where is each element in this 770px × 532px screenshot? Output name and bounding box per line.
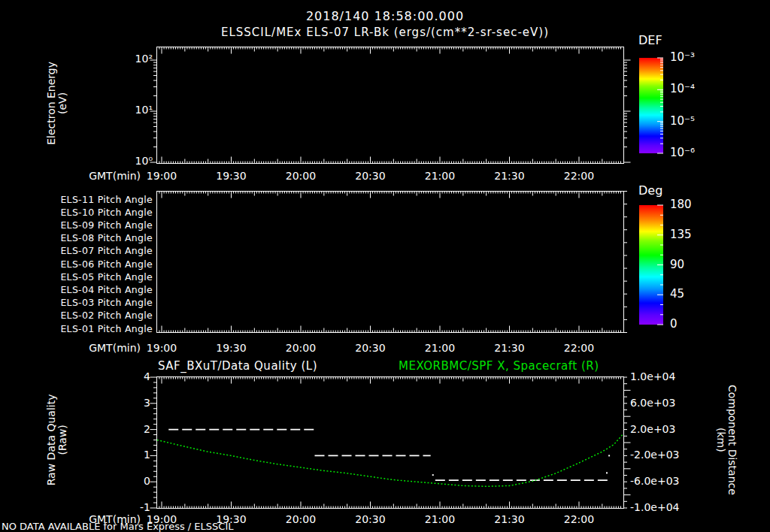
- row-label-els-08: ELS-08 Pitch Angle: [32, 233, 153, 243]
- row-label-els-02: ELS-02 Pitch Angle: [32, 310, 153, 321]
- def-tick-3: 10⁻⁶: [670, 147, 695, 159]
- x-tick-middle-1900: 19:00: [139, 343, 184, 354]
- x-tick-middle-2100: 21:00: [417, 343, 462, 354]
- deg-tick-4: 0: [670, 318, 678, 331]
- row-label-els-01: ELS-01 Pitch Angle: [32, 324, 153, 334]
- gmt-label-top: GMT(min): [75, 171, 141, 182]
- x-tick-bottom-2200: 22:00: [556, 514, 602, 525]
- deg-tick-1: 135: [670, 228, 692, 241]
- def-colorbar-title: DEF: [638, 34, 662, 47]
- energy-tick-1: 10¹: [108, 104, 153, 116]
- component-distance-label-line1: Component Distance: [726, 364, 738, 515]
- plot-page: 2018/140 18:58:00.000 ELSSCIL/MEx ELS-07…: [0, 0, 770, 532]
- deg-tick-2: 90: [670, 258, 684, 271]
- raw-tick-0: 0: [120, 476, 150, 487]
- row-label-els-07: ELS-07 Pitch Angle: [32, 246, 153, 256]
- electron-energy-label-line1: Electron Energy: [46, 28, 57, 178]
- row-label-els-10: ELS-10 Pitch Angle: [32, 207, 153, 218]
- row-label-els-09: ELS-09 Pitch Angle: [32, 220, 153, 231]
- km-tick-2: 2.0e+03: [630, 424, 675, 435]
- x-tick-top-2130: 21:30: [487, 171, 532, 182]
- x-tick-top-1930: 19:30: [208, 171, 253, 182]
- raw-tick-4: 4: [120, 371, 150, 382]
- row-label-els-11: ELS-11 Pitch Angle: [32, 195, 153, 205]
- raw-tick-3: 3: [120, 397, 150, 409]
- x-tick-top-1900: 19:00: [139, 171, 184, 182]
- x-tick-top-2000: 20:00: [278, 171, 323, 182]
- spacecraft-x-curve: [157, 434, 623, 487]
- bottom-panel-right-axis-title: Component Distance (km): [715, 364, 738, 515]
- bottom-panel-left-axis-title: Raw Data Quality (Raw): [46, 364, 69, 515]
- km-tick-4: -6.0e+03: [630, 476, 679, 487]
- raw-data-quality-label-line1: Raw Data Quality: [46, 364, 57, 515]
- raw-tick-2: 2: [120, 424, 150, 435]
- energy-tick-2: 10²: [108, 53, 153, 65]
- gmt-label-middle: GMT(min): [75, 343, 141, 354]
- km-tick-0: 1.0e+04: [630, 371, 675, 382]
- deg-colorbar-title: Deg: [638, 184, 662, 198]
- x-tick-bottom-2000: 20:00: [278, 514, 323, 525]
- x-tick-bottom-1930: 19:30: [208, 514, 253, 525]
- component-distance-label-line2: (km): [715, 364, 726, 515]
- x-tick-bottom-2130: 21:30: [487, 514, 532, 525]
- x-tick-bottom-2100: 21:00: [417, 514, 462, 525]
- deg-tick-0: 180: [670, 198, 692, 211]
- raw-tick--1: -1: [120, 502, 150, 513]
- x-tick-top-2100: 21:00: [417, 171, 462, 182]
- km-tick-5: -1.0e+04: [630, 502, 679, 513]
- bottom-panel-right-title: MEXORBMC/SPF X, Spacecraft (R): [399, 360, 599, 373]
- energy-tick-0: 10⁰: [108, 156, 153, 167]
- x-tick-middle-1930: 19:30: [208, 343, 253, 354]
- x-tick-middle-2000: 20:00: [278, 343, 323, 354]
- x-tick-bottom-1900: 19:00: [139, 514, 184, 525]
- raw-tick-1: 1: [120, 449, 150, 461]
- electron-energy-label-line2: (eV): [57, 28, 68, 178]
- row-label-els-06: ELS-06 Pitch Angle: [32, 259, 153, 270]
- bottom-panel-left-title: SAF_BXuT/Data Quality (L): [158, 360, 317, 373]
- row-label-els-04: ELS-04 Pitch Angle: [32, 285, 153, 295]
- def-tick-1: 10⁻⁴: [670, 83, 695, 95]
- km-tick-3: -2.0e+03: [630, 449, 679, 461]
- row-label-els-03: ELS-03 Pitch Angle: [32, 298, 153, 308]
- x-tick-top-2200: 22:00: [556, 171, 602, 182]
- x-tick-middle-2130: 21:30: [487, 343, 532, 354]
- x-tick-top-2030: 20:30: [347, 171, 393, 182]
- x-tick-bottom-2030: 20:30: [347, 514, 393, 525]
- raw-data-quality-label-line2: (Raw): [57, 364, 68, 515]
- x-tick-middle-2200: 22:00: [556, 343, 602, 354]
- row-label-els-05: ELS-05 Pitch Angle: [32, 272, 153, 283]
- deg-tick-3: 45: [670, 288, 684, 301]
- no-data-status-text: NO DATA AVAILABLE for Mars Express / ELS…: [2, 521, 233, 532]
- page-title-date: 2018/140 18:58:00.000: [0, 10, 770, 23]
- top-panel-y-axis-title: Electron Energy (eV): [46, 28, 69, 178]
- x-tick-middle-2030: 20:30: [347, 343, 393, 354]
- def-tick-0: 10⁻³: [670, 51, 695, 64]
- km-tick-1: 6.0e+03: [630, 397, 675, 409]
- def-tick-2: 10⁻⁵: [670, 115, 695, 128]
